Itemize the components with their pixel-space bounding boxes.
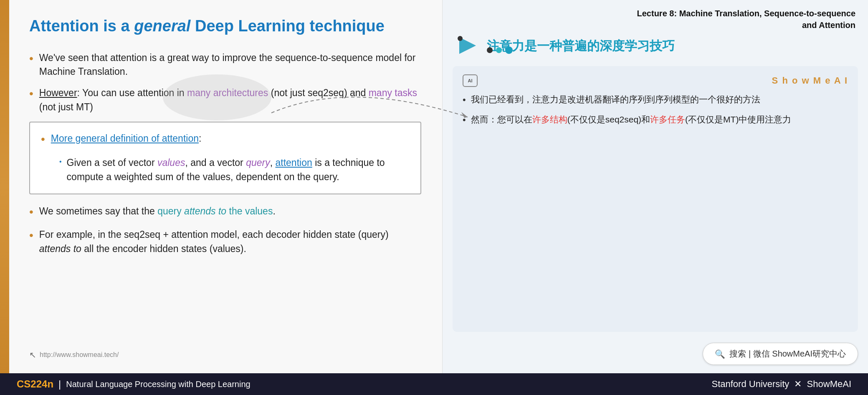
bullet-text-1: We've seen that attention is a great way…	[39, 51, 421, 79]
however-text: However	[39, 87, 77, 98]
cursor-icon: ↖	[29, 350, 36, 360]
lecture-line2: and Attention	[455, 19, 855, 31]
bottom-bar-left: CS224n | Natural Language Processing wit…	[17, 378, 251, 390]
card-text-1: 我们已经看到，注意力是改进机器翻译的序列到序列模型的一个很好的方法	[471, 93, 760, 107]
main-bullet-list: • We've seen that attention is a great w…	[29, 51, 421, 114]
card-dot-2: •	[463, 113, 466, 127]
bullet-dot-3: •	[29, 204, 33, 221]
chinese-title-row: 注意力是一种普遍的深度学习技巧	[455, 35, 855, 56]
search-text: 搜索 | 微信 ShowMeAI研究中心	[729, 348, 846, 359]
card-red2: 许多任务	[650, 115, 685, 124]
course-subtitle: Natural Language Processing with Deep Le…	[66, 380, 250, 389]
list-item: • We sometimes say that the query attend…	[29, 204, 421, 221]
right-header: Lecture 8: Machine Translation, Sequence…	[443, 0, 868, 62]
card-red1: 许多结构	[532, 115, 567, 124]
bullet-text-3: We sometimes say that the query attends …	[39, 204, 276, 218]
bullet-text-2: However: You can use attention in many a…	[39, 86, 421, 114]
title-prefix: Attention is a	[29, 17, 134, 35]
separator: |	[58, 378, 61, 390]
search-bar[interactable]: 🔍 搜索 | 微信 ShowMeAI研究中心	[703, 343, 858, 365]
dots-row: 注意力是一种普遍的深度学习技巧	[487, 38, 855, 54]
sub-bullet-text: Given a set of vector values, and a vect…	[67, 155, 410, 184]
attention-link: attention	[276, 157, 312, 168]
title-italic: general	[134, 17, 190, 35]
lecture-line1: Lecture 8: Machine Translation, Sequence…	[455, 8, 855, 19]
values-text: values	[157, 157, 185, 168]
cs-label: CS224n	[17, 378, 53, 390]
x-mark: ✕	[794, 379, 804, 389]
stanford-text: Stanford University	[712, 379, 790, 389]
ai-icon-text: AI	[468, 78, 473, 83]
list-item: • 然而：您可以在许多结构(不仅仅是seq2seq)和许多任务(不仅仅是MT)中…	[463, 113, 848, 127]
dot-teal	[496, 47, 502, 53]
translation-card: AI S h o w M e A I • 我们已经看到，注意力是改进机器翻译的序…	[453, 66, 858, 332]
showmeai-brand: S h o w M e A I	[772, 75, 848, 86]
ai-icon-box: AI	[463, 74, 478, 87]
bullet-dot-4: •	[29, 227, 33, 244]
shape-icon	[455, 35, 480, 56]
highlight-bullet-list: • More general definition of attention:	[41, 132, 410, 148]
dot-dark	[487, 47, 493, 53]
list-item: • More general definition of attention:	[41, 132, 410, 148]
bullet-dot-2: •	[29, 85, 33, 102]
list-item: • For example, in the seq2seq + attentio…	[29, 228, 421, 256]
highlight-box: • More general definition of attention: …	[29, 122, 421, 194]
title-suffix: Deep Learning technique	[190, 17, 385, 35]
highlight-bullet-dot: •	[41, 131, 45, 148]
sub-bullet-dot: •	[59, 158, 62, 166]
search-bar-container: 🔍 搜索 | 微信 ShowMeAI研究中心	[443, 336, 868, 373]
card-dot-1: •	[463, 93, 466, 107]
highlight-sub-item: • Given a set of vector values, and a ve…	[59, 155, 410, 184]
more-general-definition: More general definition of attention	[51, 133, 199, 144]
slide-left-bar	[0, 0, 9, 373]
search-icon: 🔍	[715, 349, 725, 359]
slide-panel: Attention is a general Deep Learning tec…	[0, 0, 443, 373]
dot-teal-lg	[505, 46, 513, 54]
url-watermark: ↖ http://www.showmeai.tech/	[29, 350, 119, 360]
card-text-2: 然而：您可以在许多结构(不仅仅是seq2seq)和许多任务(不仅仅是MT)中使用…	[471, 113, 792, 127]
many-architectures: many architectures	[187, 87, 268, 98]
card-pre-2: 然而：您可以在	[471, 115, 532, 124]
query-text: query	[246, 157, 270, 168]
right-panel: Lecture 8: Machine Translation, Sequence…	[443, 0, 868, 373]
highlight-title-text: More general definition of attention:	[51, 132, 202, 145]
card-mid-2: (不仅仅是seq2seq)和	[567, 115, 650, 124]
list-item: • We've seen that attention is a great w…	[29, 51, 421, 79]
url-text: http://www.showmeai.tech/	[40, 351, 119, 359]
list-item: • 我们已经看到，注意力是改进机器翻译的序列到序列模型的一个很好的方法	[463, 93, 848, 107]
card-header-row: AI S h o w M e A I	[463, 74, 848, 87]
lecture-title: Lecture 8: Machine Translation, Sequence…	[455, 8, 855, 31]
highlight-sub-content: • Given a set of vector values, and a ve…	[59, 155, 410, 184]
showmeai-footer: ShowMeAI	[807, 379, 851, 389]
bottom-bar-right: Stanford University ✕ ShowMeAI	[712, 379, 852, 390]
query-attends: query attends to the values	[157, 206, 273, 217]
card-post-2: (不仅仅是MT)中使用注意力	[685, 115, 791, 124]
many-tasks: many tasks	[369, 87, 417, 98]
dots-decoration	[487, 46, 855, 54]
card-bullet-list: • 我们已经看到，注意力是改进机器翻译的序列到序列模型的一个很好的方法 • 然而…	[463, 93, 848, 127]
bottom-bar: CS224n | Natural Language Processing wit…	[0, 373, 868, 395]
slide-title: Attention is a general Deep Learning tec…	[29, 17, 421, 36]
list-item: • However: You can use attention in many…	[29, 86, 421, 114]
bullet-text-4: For example, in the seq2seq + attention …	[39, 228, 421, 256]
svg-point-2	[458, 36, 463, 41]
lower-bullet-list: • We sometimes say that the query attend…	[29, 204, 421, 256]
main-content: Attention is a general Deep Learning tec…	[0, 0, 868, 373]
bullet-dot-1: •	[29, 50, 33, 67]
